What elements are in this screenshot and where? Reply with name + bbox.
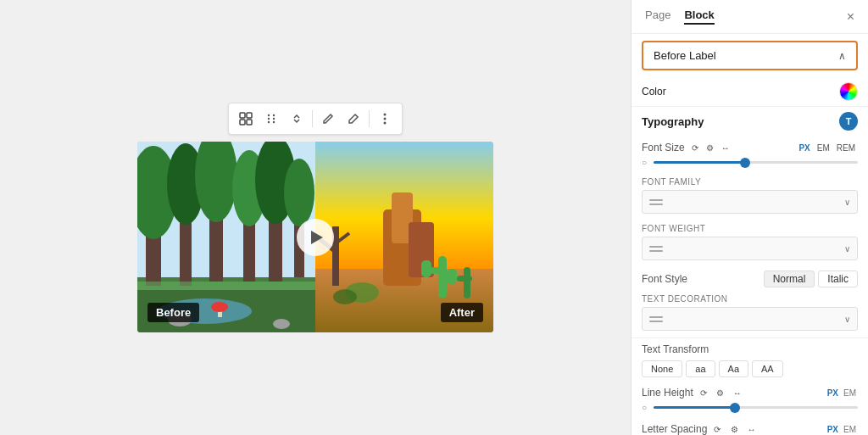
- line-height-settings-icon[interactable]: ⚙: [714, 386, 727, 399]
- toolbar-separator-2: [369, 110, 370, 127]
- font-family-bars: [649, 196, 663, 208]
- line-height-responsive-icon[interactable]: ↔: [731, 386, 744, 399]
- color-row: Color: [632, 77, 868, 106]
- typography-label: Typography: [642, 115, 704, 128]
- more-options-btn[interactable]: [373, 107, 397, 131]
- transform-uppercase-btn[interactable]: AA: [752, 360, 783, 377]
- font-weight-bars: [649, 243, 663, 254]
- color-swatch-group: [839, 82, 858, 101]
- unit-buttons: PX EM REM: [796, 142, 858, 153]
- sidebar-tabs: Page Block: [645, 8, 715, 25]
- font-size-slider[interactable]: [654, 161, 858, 164]
- close-button[interactable]: ×: [847, 9, 854, 25]
- line-height-row: Line Height ⟳ ⚙ ↔ PX EM: [632, 382, 868, 401]
- before-label-section-header[interactable]: Before Label ∧: [643, 42, 856, 69]
- line-height-em-btn[interactable]: EM: [842, 388, 858, 399]
- text-transform-section: Text Transform None aa Aa AA: [632, 337, 868, 382]
- letter-spacing-em-btn[interactable]: EM: [842, 424, 858, 435]
- text-transform-buttons: None aa Aa AA: [642, 360, 858, 377]
- font-size-row: Font Size ⟳ ⚙ ↔ PX EM REM: [632, 136, 868, 156]
- play-button[interactable]: [297, 219, 334, 256]
- line-height-slider-icon: ○: [642, 403, 647, 412]
- brush-btn[interactable]: [342, 107, 365, 131]
- typography-icon[interactable]: T: [839, 112, 858, 131]
- transform-capitalize-btn[interactable]: Aa: [719, 360, 748, 377]
- svg-point-28: [284, 159, 314, 226]
- text-decoration-label: TEXT DECORATION: [642, 294, 858, 304]
- block-type-btn[interactable]: [234, 107, 258, 131]
- unit-px-btn[interactable]: PX: [796, 142, 812, 153]
- transform-none-btn[interactable]: None: [642, 360, 682, 377]
- svg-rect-47: [457, 276, 472, 282]
- font-size-responsive-icon[interactable]: ↔: [719, 141, 732, 154]
- before-label-section: Before Label ∧: [642, 41, 858, 70]
- edit-btn[interactable]: [316, 107, 340, 131]
- move-updown-btn[interactable]: [285, 107, 309, 131]
- letter-spacing-label: Letter Spacing: [642, 423, 707, 435]
- chevron-up-icon: ∧: [838, 50, 846, 62]
- sidebar: Page Block × Before Label ∧ Color Typogr…: [631, 0, 868, 435]
- svg-rect-3: [247, 120, 252, 125]
- font-family-select[interactable]: ∨: [642, 190, 858, 214]
- text-decoration-select-row: ∨: [642, 307, 858, 331]
- drag-btn[interactable]: [259, 107, 283, 131]
- font-family-section: FONT FAMILY ∨: [632, 174, 868, 220]
- svg-rect-2: [240, 120, 245, 125]
- letter-spacing-reset-icon[interactable]: ⟳: [710, 422, 724, 435]
- unit-rem-btn[interactable]: REM: [834, 142, 858, 153]
- line-height-reset-icon[interactable]: ⟳: [697, 386, 710, 399]
- font-family-label: FONT FAMILY: [642, 177, 858, 187]
- letter-spacing-left: Letter Spacing ⟳ ⚙ ↔: [642, 422, 758, 435]
- toolbar-separator: [312, 110, 313, 127]
- svg-rect-46: [464, 267, 470, 298]
- before-after-image-block: Before: [137, 142, 493, 332]
- svg-rect-44: [421, 260, 431, 277]
- tab-block[interactable]: Block: [684, 8, 714, 25]
- svg-point-49: [333, 289, 357, 304]
- after-label: After: [441, 303, 483, 322]
- svg-point-10: [384, 114, 387, 116]
- transform-lowercase-btn[interactable]: aa: [686, 360, 715, 377]
- font-weight-select[interactable]: ∨: [642, 237, 858, 260]
- font-style-italic-btn[interactable]: Italic: [818, 270, 858, 287]
- tab-page[interactable]: Page: [645, 8, 670, 25]
- svg-point-6: [268, 118, 270, 120]
- after-panel: After: [315, 142, 493, 332]
- text-transform-label: Text Transform: [642, 343, 858, 355]
- before-panel: Before: [137, 142, 315, 332]
- svg-point-4: [268, 114, 270, 116]
- font-style-buttons: Normal Italic: [764, 270, 858, 287]
- letter-spacing-row: Letter Spacing ⟳ ⚙ ↔ PX EM: [632, 419, 868, 435]
- unit-em-btn[interactable]: EM: [815, 142, 832, 153]
- letter-spacing-settings-icon[interactable]: ⚙: [727, 422, 741, 435]
- line-height-slider-row: ○: [632, 401, 868, 419]
- font-size-settings-icon[interactable]: ⚙: [704, 141, 717, 154]
- line-height-px-btn[interactable]: PX: [826, 388, 840, 399]
- letter-spacing-responsive-icon[interactable]: ↔: [744, 422, 758, 435]
- editor-area: Before: [0, 0, 631, 435]
- letter-spacing-units: PX EM: [826, 424, 858, 435]
- svg-point-8: [268, 121, 270, 123]
- color-swatch[interactable]: [839, 82, 858, 101]
- letter-spacing-px-btn[interactable]: PX: [826, 424, 840, 435]
- font-size-reset-icon[interactable]: ⟳: [688, 141, 702, 154]
- line-height-units: PX EM: [826, 388, 858, 399]
- font-family-chevron: ∨: [844, 198, 850, 207]
- svg-point-7: [273, 118, 275, 120]
- text-decoration-bars: [649, 313, 663, 325]
- text-decoration-select[interactable]: ∨: [642, 307, 858, 331]
- svg-point-12: [384, 122, 387, 125]
- font-style-label: Font Style: [642, 273, 687, 285]
- before-label-title: Before Label: [654, 49, 716, 62]
- svg-point-11: [384, 118, 387, 120]
- line-height-label: Line Height: [642, 387, 693, 399]
- font-weight-select-row: ∨: [642, 237, 858, 260]
- line-height-left: Line Height ⟳ ⚙ ↔: [642, 386, 744, 399]
- line-height-slider[interactable]: [654, 406, 858, 409]
- font-family-select-row: ∨: [642, 190, 858, 214]
- font-weight-chevron: ∨: [844, 244, 850, 254]
- svg-rect-33: [137, 282, 315, 290]
- svg-rect-0: [240, 113, 245, 118]
- font-weight-label: FONT WEIGHT: [642, 224, 858, 233]
- font-style-normal-btn[interactable]: Normal: [764, 270, 815, 287]
